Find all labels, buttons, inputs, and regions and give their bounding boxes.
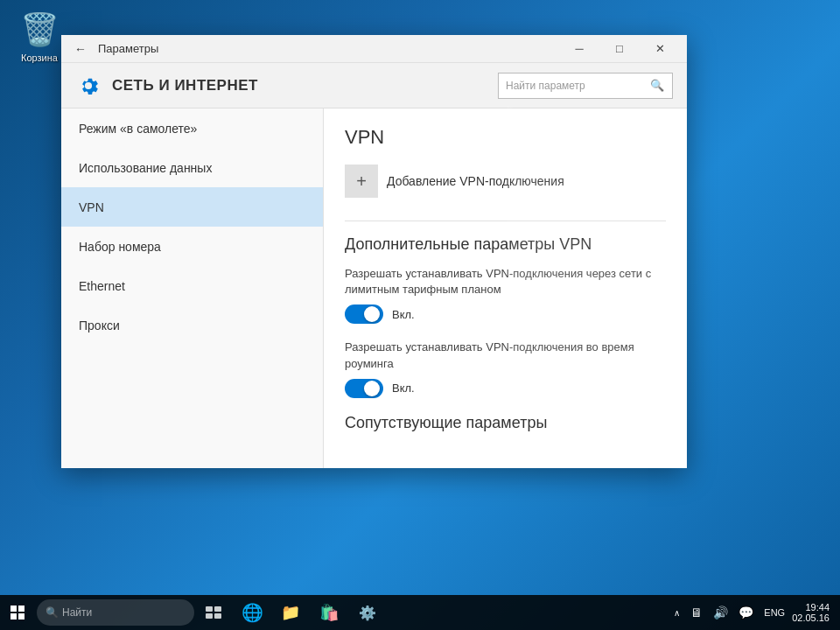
svg-rect-6: [206, 613, 213, 619]
add-vpn-button[interactable]: + Добавление VPN-подключения: [345, 163, 666, 200]
toggle1-switch[interactable]: [345, 304, 383, 324]
close-button[interactable]: ✕: [640, 35, 680, 63]
sidebar-item-dial-up[interactable]: Набор номера: [61, 227, 323, 266]
recycle-bin-icon: 🗑️: [18, 9, 60, 51]
sidebar-item-vpn-label: VPN: [79, 200, 104, 214]
related-settings-title: Сопутствующие параметры: [345, 414, 666, 432]
vpn-section-title: VPN: [345, 126, 666, 149]
toggle2-description: Разрешать устанавливать VPN-подключения …: [345, 340, 666, 371]
taskbar-right: ∧ 🖥 🔊 💬 ENG 19:44 02.05.16: [670, 602, 840, 623]
language-indicator[interactable]: ENG: [760, 607, 788, 618]
settings-header-title: СЕТЬ И ИНТЕРНЕТ: [112, 77, 498, 94]
network-icon[interactable]: 🖥: [687, 606, 706, 620]
toggle2-container: Вкл.: [345, 379, 666, 398]
svg-rect-1: [18, 606, 24, 612]
minimize-button[interactable]: ─: [559, 35, 599, 63]
sidebar: Режим «в самолете» Использование данных …: [61, 108, 324, 468]
store-button[interactable]: 🛍️: [312, 595, 346, 630]
date-display: 02.05.16: [792, 612, 830, 623]
taskbar: 🔍 🌐 📁 🛍️ ⚙️ ∧ 🖥: [0, 595, 840, 630]
settings-header: СЕТЬ И ИНТЕРНЕТ 🔍: [61, 63, 687, 108]
toggle1-description: Разрешать устанавливать VPN-подключения …: [345, 266, 666, 298]
taskbar-search[interactable]: 🔍: [37, 599, 194, 626]
edge-button[interactable]: 🌐: [234, 595, 270, 630]
system-tray-arrow[interactable]: ∧: [670, 608, 683, 618]
start-button[interactable]: [0, 595, 35, 630]
volume-icon[interactable]: 🔊: [710, 606, 732, 620]
sidebar-item-ethernet[interactable]: Ethernet: [61, 266, 323, 305]
sidebar-item-data-usage-label: Использование данных: [79, 161, 212, 175]
svg-rect-5: [214, 606, 221, 612]
sidebar-item-data-usage[interactable]: Использование данных: [61, 148, 323, 187]
maximize-button[interactable]: □: [599, 35, 640, 63]
add-vpn-label: Добавление VPN-подключения: [387, 174, 564, 188]
settings-taskbar-button[interactable]: ⚙️: [350, 595, 385, 630]
settings-window: ← Параметры ─ □ ✕ СЕТЬ И ИНТЕРНЕТ 🔍: [61, 35, 687, 468]
toggle2-label: Вкл.: [392, 382, 415, 395]
sidebar-item-ethernet-label: Ethernet: [79, 279, 125, 293]
settings-search-box[interactable]: 🔍: [498, 73, 673, 99]
title-bar: ← Параметры ─ □ ✕: [61, 35, 687, 63]
taskbar-left: 🔍 🌐 📁 🛍️ ⚙️: [0, 595, 670, 630]
taskbar-search-icon: 🔍: [46, 606, 59, 619]
add-icon: +: [345, 164, 378, 198]
sidebar-item-proxy[interactable]: Прокси: [61, 305, 323, 345]
svg-rect-4: [206, 606, 213, 612]
toggle1-label: Вкл.: [392, 308, 415, 321]
back-button[interactable]: ←: [68, 37, 93, 61]
svg-rect-0: [10, 606, 17, 612]
time-display: 19:44: [805, 602, 830, 612]
sidebar-item-dial-up-label: Набор номера: [79, 240, 161, 254]
toggle-row-1: Разрешать устанавливать VPN-подключения …: [345, 266, 666, 324]
divider: [345, 220, 666, 221]
toggle1-container: Вкл.: [345, 304, 666, 324]
toggle-row-2: Разрешать устанавливать VPN-подключения …: [345, 340, 666, 397]
settings-search-input[interactable]: [506, 80, 650, 92]
window-controls: ─ □ ✕: [559, 35, 680, 63]
svg-rect-2: [10, 613, 17, 620]
sidebar-item-airplane[interactable]: Режим «в самолете»: [61, 108, 323, 148]
taskbar-search-input[interactable]: [62, 606, 185, 619]
recycle-bin-label: Корзина: [21, 52, 58, 63]
sidebar-item-airplane-label: Режим «в самолете»: [79, 122, 197, 136]
advanced-vpn-title: Дополнительные параметры VPN: [345, 235, 666, 254]
task-view-button[interactable]: [196, 595, 231, 630]
main-content: VPN + Добавление VPN-подключения Дополни…: [324, 108, 687, 468]
taskbar-time[interactable]: 19:44 02.05.16: [792, 602, 830, 623]
sidebar-item-vpn[interactable]: VPN: [61, 187, 323, 227]
svg-rect-7: [214, 613, 221, 619]
settings-body: Режим «в самолете» Использование данных …: [61, 108, 687, 468]
settings-gear-icon: [75, 73, 102, 99]
window-title: Параметры: [98, 42, 559, 55]
sidebar-item-proxy-label: Прокси: [79, 318, 120, 332]
file-explorer-button[interactable]: 📁: [273, 595, 308, 630]
search-icon: 🔍: [650, 79, 664, 92]
notification-icon[interactable]: 💬: [735, 606, 757, 620]
desktop: 🗑️ Корзина ← Параметры ─ □ ✕ СЕТЬ И ИНТЕ…: [0, 0, 840, 630]
svg-rect-3: [18, 613, 24, 620]
toggle2-switch[interactable]: [345, 379, 383, 398]
